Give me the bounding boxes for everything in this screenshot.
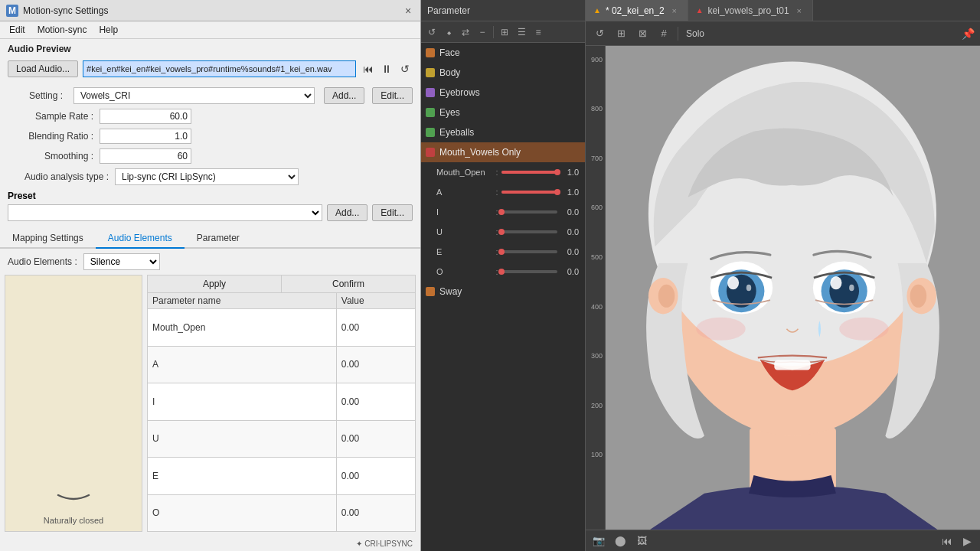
tab-mapping-settings[interactable]: Mapping Settings xyxy=(0,229,96,247)
load-audio-button[interactable]: Load Audio... xyxy=(8,60,78,77)
mouth-vowels-header[interactable]: Mouth_Vowels Only xyxy=(421,142,585,162)
sample-rate-input[interactable] xyxy=(100,109,191,124)
param-slider-track[interactable] xyxy=(501,191,557,194)
preview-panel: ▲ * 02_kei_en_2 × ▲ kei_vowels_pro_t01 ×… xyxy=(586,0,980,551)
mesh-button[interactable]: ⊠ xyxy=(633,24,652,43)
mouth-param-e[interactable]: E : 0.0 xyxy=(421,242,585,262)
screenshot-button[interactable]: 🖼 xyxy=(633,533,650,549)
table-row: Mouth_Open0.00 xyxy=(148,309,416,347)
col-value: Value xyxy=(336,293,415,309)
ruler-mark: 500 xyxy=(591,253,603,261)
grid-preview-button[interactable]: # xyxy=(655,24,673,43)
pin-button[interactable]: 📌 xyxy=(960,26,975,41)
tab-close-1[interactable]: × xyxy=(794,5,805,16)
svg-point-12 xyxy=(830,276,841,289)
param-flow-button[interactable]: ⇄ xyxy=(458,24,473,40)
param-group-header[interactable]: Eyebrows xyxy=(421,83,585,103)
confirm-button[interactable]: Confirm xyxy=(282,276,415,292)
param-group-sway: Sway xyxy=(421,282,585,302)
param-slider-track[interactable] xyxy=(501,210,557,214)
preset-select[interactable] xyxy=(8,204,322,221)
setting-label: Setting : xyxy=(8,90,69,101)
param-slider-track[interactable] xyxy=(501,250,557,253)
apply-button[interactable]: Apply xyxy=(148,276,282,292)
audio-elements-row: Audio Elements : SilenceAIUEO xyxy=(0,249,420,275)
play-button[interactable]: ▶ xyxy=(959,533,975,549)
param-group-header[interactable]: Face xyxy=(421,43,585,63)
param-separator: : xyxy=(495,168,498,177)
edit-setting-button[interactable]: Edit... xyxy=(372,87,413,104)
param-slider-track[interactable] xyxy=(501,230,557,233)
param-key-button[interactable]: ⬥ xyxy=(441,24,456,40)
record-button[interactable]: ⬤ xyxy=(612,533,629,549)
tab-audio-elements[interactable]: Audio Elements xyxy=(96,229,185,249)
menu-edit[interactable]: Edit xyxy=(3,23,31,37)
mouth-param-u[interactable]: U : 0.0 xyxy=(421,222,585,242)
param-slider-thumb xyxy=(498,209,505,215)
param-group-header[interactable]: Eyes xyxy=(421,103,585,122)
param-value-cell: 0.00 xyxy=(336,494,415,532)
param-grid-button[interactable]: ⊞ xyxy=(497,24,512,40)
repeat-button[interactable]: ↺ xyxy=(397,61,413,77)
param-group-header[interactable]: Sway xyxy=(421,282,585,302)
preview-tab-0[interactable]: ▲ * 02_kei_en_2 × xyxy=(586,0,688,21)
param-panel: Parameter ↺ ⬥ ⇄ − ⊞ ☰ ≡ Face Body xyxy=(421,0,586,551)
audio-analysis-select[interactable]: Lip-sync (CRI LipSync) xyxy=(115,168,299,185)
preview-tab-1[interactable]: ▲ kei_vowels_pro_t01 × xyxy=(688,0,813,21)
tab-icon-1: ▲ xyxy=(696,6,704,15)
param-name: U xyxy=(436,227,492,236)
param-minus-button[interactable]: − xyxy=(475,24,490,40)
param-name-cell: Mouth_Open xyxy=(148,309,337,347)
param-group-face: Face xyxy=(421,43,585,63)
ruler-mark: 200 xyxy=(591,402,603,409)
menu-motion-sync[interactable]: Motion-sync xyxy=(31,23,93,37)
mouth-param-a[interactable]: A : 1.0 xyxy=(421,182,585,202)
param-list-button[interactable]: ☰ xyxy=(514,24,529,40)
camera-button[interactable]: 📷 xyxy=(590,533,607,549)
pause-button[interactable]: ⏸ xyxy=(379,61,394,77)
param-value: 0.0 xyxy=(557,267,579,276)
edit-preset-button[interactable]: Edit... xyxy=(372,204,413,221)
menu-help[interactable]: Help xyxy=(93,23,124,37)
svg-point-14 xyxy=(696,318,745,341)
group-label: Sway xyxy=(439,286,462,297)
ruler-mark: 400 xyxy=(591,303,603,311)
setting-select[interactable]: Vowels_CRI xyxy=(74,87,315,104)
add-preset-button[interactable]: Add... xyxy=(327,204,368,221)
param-menu-button[interactable]: ≡ xyxy=(531,24,546,40)
blending-ratio-input[interactable] xyxy=(100,129,191,144)
prev-button[interactable]: ⏮ xyxy=(361,61,376,77)
ruler-mark: 300 xyxy=(591,352,603,360)
add-setting-button[interactable]: Add... xyxy=(324,87,364,104)
smoothing-input[interactable] xyxy=(100,148,191,164)
mouth-param-o[interactable]: O : 0.0 xyxy=(421,262,585,282)
bone-button[interactable]: ⊞ xyxy=(612,24,630,43)
param-value-cell: 0.00 xyxy=(336,346,415,383)
param-reset-button[interactable]: ↺ xyxy=(424,24,439,40)
tab-parameter[interactable]: Parameter xyxy=(185,229,252,247)
param-name: Mouth_Open xyxy=(436,168,492,177)
param-name-cell: I xyxy=(148,383,337,421)
audio-elements-select[interactable]: SilenceAIUEO xyxy=(83,253,160,270)
prev-frame-button[interactable]: ↺ xyxy=(590,24,609,43)
audio-path-input[interactable] xyxy=(83,60,356,77)
param-slider-track[interactable] xyxy=(501,171,557,174)
param-value: 1.0 xyxy=(557,168,579,177)
smoothing-label: Smoothing : xyxy=(8,151,100,161)
mouth-param-mouth_open[interactable]: Mouth_Open : 1.0 xyxy=(421,162,585,182)
audio-preview-section: Load Audio... ⏮ ⏸ ↺ xyxy=(0,57,420,85)
preview-tabs-bar: ▲ * 02_kei_en_2 × ▲ kei_vowels_pro_t01 × xyxy=(586,0,980,21)
param-name-cell: O xyxy=(148,494,337,532)
tab-close-0[interactable]: × xyxy=(669,5,680,16)
play-back-button[interactable]: ⏮ xyxy=(939,533,956,549)
param-slider-track[interactable] xyxy=(501,270,557,273)
close-button[interactable]: × xyxy=(402,5,414,17)
param-group-header[interactable]: Eyeballs xyxy=(421,122,585,142)
group-label: Eyes xyxy=(439,107,460,118)
param-separator: : xyxy=(495,187,498,197)
table-row: I0.00 xyxy=(148,383,416,421)
mouth-param-i[interactable]: I : 0.0 xyxy=(421,202,585,222)
param-group-header[interactable]: Body xyxy=(421,63,585,83)
param-group-eyebrows: Eyebrows xyxy=(421,83,585,103)
ruler-left: 900800700600500400300200100 xyxy=(586,46,606,530)
